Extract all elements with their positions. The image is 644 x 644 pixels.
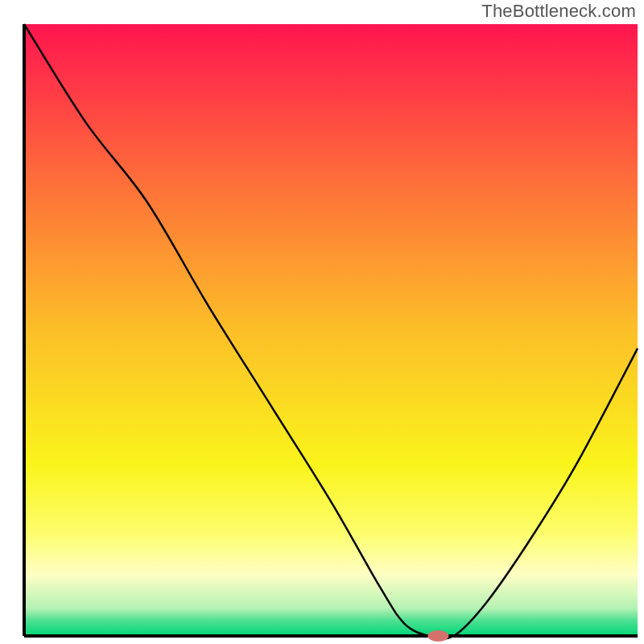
plot-background	[24, 24, 638, 636]
bottleneck-chart	[0, 0, 644, 644]
optimal-marker	[427, 630, 448, 642]
watermark-text: TheBottleneck.com	[481, 1, 636, 22]
